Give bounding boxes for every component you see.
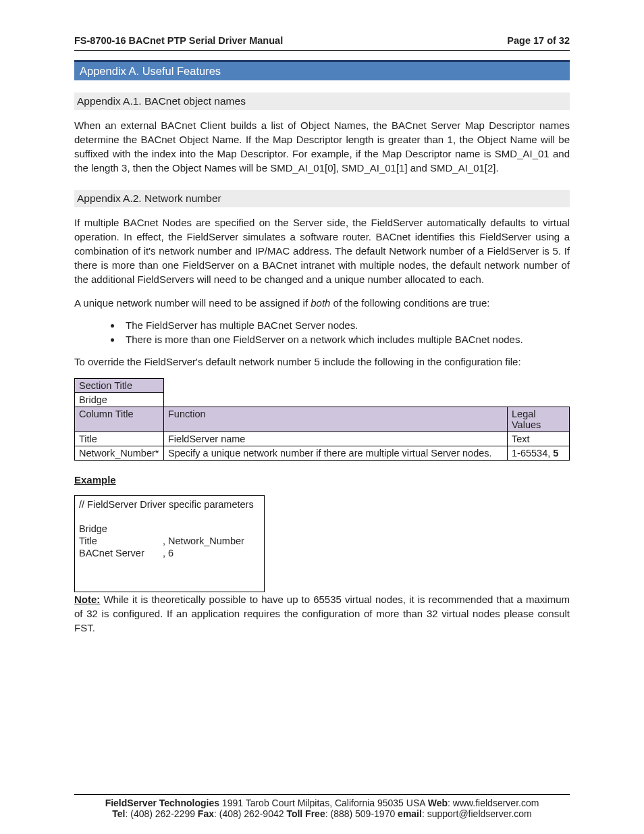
table-row: Bridge [75,393,570,407]
page-footer: FieldServer Technologies 1991 Tarob Cour… [74,794,570,819]
cell-legal-values-header: Legal Values [508,407,570,432]
a1-paragraph: When an external BACnet Client builds a … [74,118,570,175]
example-table: // FieldServer Driver specific parameter… [75,498,261,559]
footer-tollfree-label: Toll Free [286,808,325,819]
page-number: Page 17 of 32 [507,35,570,46]
a2-p2-post: of the following conditions are true: [330,297,489,309]
example-six: , 6 [159,547,261,559]
cell-specify-desc: Specify a unique network number if there… [164,446,508,461]
example-bacnet-server: BACnet Server [75,547,159,559]
cell-title: Title [75,432,164,446]
note-label: Note: [74,594,100,605]
footer-tel-value: : (408) 262-2299 [125,808,197,819]
footer-tel-label: Tel [112,808,125,819]
cell-bridge: Bridge [75,393,164,407]
note-text: While it is theoretically possible to ha… [74,594,570,633]
footer-line-2: Tel: (408) 262-2299 Fax: (408) 262-9042 … [74,808,570,819]
footer-tollfree-value: : (888) 509-1970 [325,808,398,819]
table-row: Network_Number* Specify a unique network… [75,446,570,461]
doc-title: FS-8700-16 BACnet PTP Serial Driver Manu… [74,35,283,46]
a2-bullet-list: The FieldServer has multiple BACnet Serv… [74,319,570,345]
empty-cell [508,379,570,393]
example-empty [159,523,261,535]
cell-fieldserver-name: FieldServer name [164,432,508,446]
cell-range-default: 5 [553,448,558,459]
table-row: Title FieldServer name Text [75,432,570,446]
a2-paragraph-1: If multiple BACnet Nodes are specified o… [74,215,570,286]
example-comment: // FieldServer Driver specific parameter… [75,498,261,511]
footer-fax-label: Fax [198,808,214,819]
cell-section-title-header: Section Title [75,379,164,393]
example-title-key: Title [75,535,159,547]
appendix-a1-heading: Appendix A.1. BACnet object names [74,93,570,110]
footer-company: FieldServer Technologies [105,798,219,808]
a2-bullet-2: There is more than one FieldServer on a … [122,334,570,345]
cell-column-title-header: Column Title [75,407,164,432]
example-box: // FieldServer Driver specific parameter… [74,495,265,592]
cell-range-text: 1-65534, [512,448,553,459]
footer-email-value: : support@fieldserver.com [422,808,532,819]
footer-addr: 1991 Tarob Court Milpitas, California 95… [219,798,428,808]
footer-web-value: : www.fieldserver.com [448,798,539,808]
footer-email-label: email [398,808,422,819]
example-network-number-col: , Network_Number [159,535,261,547]
table-row: Section Title [75,379,570,393]
example-label: Example [74,474,570,486]
cell-function-header: Function [164,407,508,432]
empty-cell [164,379,508,393]
example-blank [75,511,261,523]
a2-p2-em: both [311,297,330,309]
a2-paragraph-2: A unique network number will need to be … [74,296,570,310]
example-bridge: Bridge [75,523,159,535]
config-table: Section Title Bridge Column Title Functi… [74,378,570,461]
empty-cell [508,393,570,407]
cell-network-number: Network_Number* [75,446,164,461]
appendix-a2-heading: Appendix A.2. Network number [74,190,570,207]
footer-web-label: Web [428,798,448,808]
cell-legal-range: 1-65534, 5 [508,446,570,461]
a2-bullet-1: The FieldServer has multiple BACnet Serv… [122,319,570,331]
note-paragraph: Note: While it is theoretically possible… [74,592,570,635]
footer-fax-value: : (408) 262-9042 [214,808,286,819]
a2-p2-pre: A unique network number will need to be … [74,297,311,309]
a2-paragraph-3: To override the FieldServer's default ne… [74,355,570,369]
page-header: FS-8700-16 BACnet PTP Serial Driver Manu… [74,35,570,51]
empty-cell [164,393,508,407]
page: FS-8700-16 BACnet PTP Serial Driver Manu… [0,0,644,834]
table-row: Column Title Function Legal Values [75,407,570,432]
cell-text: Text [508,432,570,446]
footer-line-1: FieldServer Technologies 1991 Tarob Cour… [74,798,570,808]
appendix-a-heading: Appendix A. Useful Features [74,60,570,80]
